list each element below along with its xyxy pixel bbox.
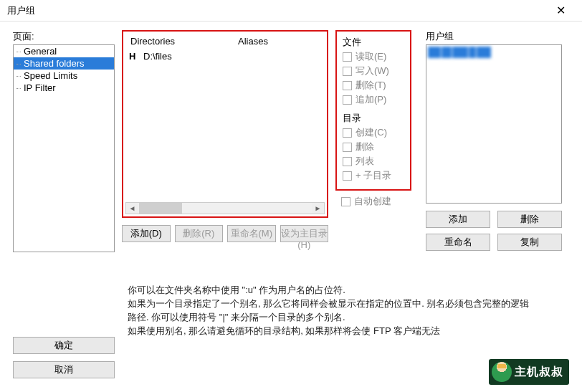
mascot-icon xyxy=(492,362,512,382)
perm-file-write-label: 写入(W) xyxy=(356,64,389,77)
dialog-body: 页面: General Shared folders Speed Limits … xyxy=(0,21,582,252)
perm-file-read-label: 读取(E) xyxy=(356,50,386,63)
col-aliases-label: Aliases xyxy=(238,36,320,47)
group-item-blurred xyxy=(428,47,496,58)
shared-folders-panel: Directories Aliases H D:\files ◄ ► 添加(D)… xyxy=(122,30,328,252)
perm-file-delete[interactable]: 删除(T) xyxy=(343,79,404,92)
dir-add-button[interactable]: 添加(D) xyxy=(122,225,171,242)
perm-file-append-label: 追加(P) xyxy=(356,93,386,106)
titlebar: 用户组 ✕ xyxy=(0,0,582,21)
group-remove-button[interactable]: 删除 xyxy=(497,211,562,228)
groups-label: 用户组 xyxy=(426,30,562,43)
permissions-box: 文件 读取(E) 写入(W) 删除(T) 追加(P) 目录 创建(C) 删除 列… xyxy=(335,30,411,191)
page-item-speed-limits[interactable]: Speed Limits xyxy=(14,70,114,82)
perm-dir-subdirs-label: + 子目录 xyxy=(356,169,391,182)
perm-auto-create[interactable]: 自动创建 xyxy=(341,195,411,208)
perm-dir-delete[interactable]: 删除 xyxy=(343,140,404,153)
perm-dir-list[interactable]: 列表 xyxy=(343,155,404,168)
checkbox-icon[interactable] xyxy=(343,52,352,62)
checkbox-icon[interactable] xyxy=(343,143,352,152)
pages-label: 页面: xyxy=(13,30,115,43)
checkbox-icon[interactable] xyxy=(343,95,352,105)
scroll-left-icon[interactable]: ◄ xyxy=(126,203,138,214)
directories-rows[interactable]: H D:\files xyxy=(123,48,327,199)
cancel-button[interactable]: 取消 xyxy=(13,361,115,378)
directory-path: D:\files xyxy=(143,51,172,62)
file-perm-label: 文件 xyxy=(343,36,404,49)
directories-hscrollbar[interactable]: ◄ ► xyxy=(125,202,325,214)
groups-buttons: 添加 删除 重命名 复制 xyxy=(426,211,562,251)
dialog-buttons: 确定 取消 xyxy=(13,337,115,378)
col-directories-label: Directories xyxy=(130,36,238,47)
group-add-button[interactable]: 添加 xyxy=(426,211,490,228)
perm-file-write[interactable]: 写入(W) xyxy=(343,64,404,77)
dir-remove-button[interactable]: 删除(R) xyxy=(175,225,224,242)
checkbox-icon[interactable] xyxy=(343,171,352,181)
pages-list[interactable]: General Shared folders Speed Limits IP F… xyxy=(13,44,115,252)
perm-dir-subdirs[interactable]: + 子目录 xyxy=(343,169,404,182)
groups-panel: 用户组 添加 删除 重命名 复制 xyxy=(426,30,562,252)
perm-dir-create[interactable]: 创建(C) xyxy=(343,126,404,139)
page-item-shared-folders[interactable]: Shared folders xyxy=(14,57,114,70)
page-item-ip-filter[interactable]: IP Filter xyxy=(14,82,114,94)
window-title: 用户组 xyxy=(7,4,35,17)
dir-sethome-button[interactable]: 设为主目录(H) xyxy=(280,225,329,242)
perm-file-append[interactable]: 追加(P) xyxy=(343,93,404,106)
info-line3: 如果使用别名, 那么请避免循环的目录结构, 如果那样将会使 FTP 客户端无法 xyxy=(128,325,536,338)
directories-box: Directories Aliases H D:\files ◄ ► xyxy=(122,30,328,218)
scroll-thumb[interactable] xyxy=(139,203,182,214)
pages-panel: 页面: General Shared folders Speed Limits … xyxy=(13,30,115,252)
home-indicator: H xyxy=(129,51,143,62)
dir-perm-label: 目录 xyxy=(343,112,404,125)
watermark-text: 主机叔叔 xyxy=(515,365,563,380)
scroll-right-icon[interactable]: ► xyxy=(312,203,324,214)
perm-file-delete-label: 删除(T) xyxy=(356,79,386,92)
group-copy-button[interactable]: 复制 xyxy=(497,234,562,251)
perm-file-read[interactable]: 读取(E) xyxy=(343,50,404,63)
ok-button[interactable]: 确定 xyxy=(13,337,115,354)
perm-dir-delete-label: 删除 xyxy=(356,140,374,153)
permissions-panel: 文件 读取(E) 写入(W) 删除(T) 追加(P) 目录 创建(C) 删除 列… xyxy=(335,30,411,252)
perm-dir-list-label: 列表 xyxy=(356,155,374,168)
group-rename-button[interactable]: 重命名 xyxy=(426,234,490,251)
perm-auto-create-label: 自动创建 xyxy=(354,195,391,208)
checkbox-icon[interactable] xyxy=(341,197,350,206)
checkbox-icon[interactable] xyxy=(343,157,352,166)
page-item-general[interactable]: General xyxy=(14,45,114,57)
groups-list[interactable] xyxy=(426,44,562,204)
checkbox-icon[interactable] xyxy=(343,67,352,76)
watermark-badge: 主机叔叔 xyxy=(489,359,569,385)
directories-buttons-row: 添加(D) 删除(R) 重命名(M) 设为主目录(H) xyxy=(122,225,328,242)
info-line1: 你可以在文件夹名称中使用 ":u" 作为用户名的占位符. xyxy=(128,284,536,297)
perm-dir-create-label: 创建(C) xyxy=(356,126,387,139)
info-text: 你可以在文件夹名称中使用 ":u" 作为用户名的占位符. 如果为一个目录指定了一… xyxy=(128,284,536,338)
checkbox-icon[interactable] xyxy=(343,128,352,138)
info-line2: 如果为一个目录指定了一个别名, 那么它将同样会被显示在指定的位置中. 别名必须包… xyxy=(128,297,536,325)
directory-row[interactable]: H D:\files xyxy=(129,51,321,62)
directories-header: Directories Aliases xyxy=(123,32,327,48)
checkbox-icon[interactable] xyxy=(343,81,352,90)
close-icon[interactable]: ✕ xyxy=(546,4,575,17)
group-item-selected[interactable] xyxy=(428,47,560,59)
dir-rename-button[interactable]: 重命名(M) xyxy=(227,225,276,242)
